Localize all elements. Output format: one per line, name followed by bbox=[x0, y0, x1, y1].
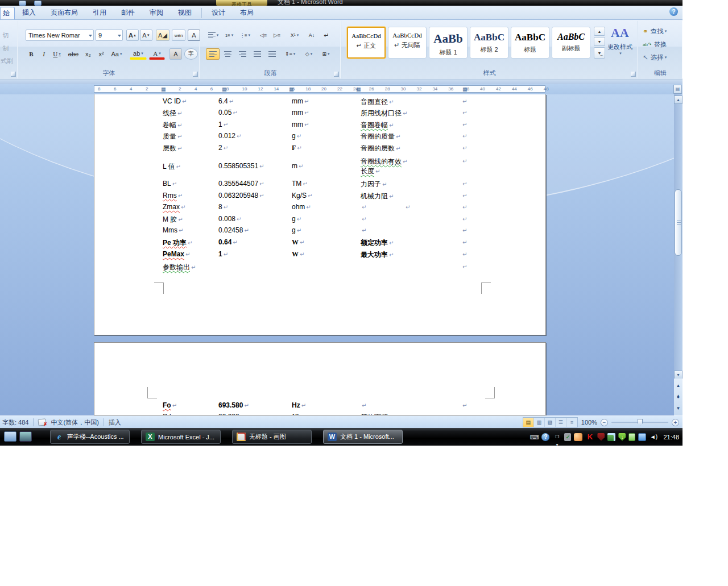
word-count[interactable]: 字数: 484 bbox=[2, 418, 28, 427]
bold-button[interactable]: B bbox=[26, 48, 37, 60]
styles-dialog-launcher[interactable] bbox=[631, 72, 636, 77]
tab-table-layout[interactable]: 布局 bbox=[233, 7, 261, 19]
draft-view-icon[interactable]: ≡ bbox=[566, 418, 577, 427]
line-spacing-icon[interactable]: ⇕≡▾ bbox=[282, 48, 298, 60]
grow-font-button[interactable]: A▲ bbox=[126, 30, 139, 41]
proofing-errors-icon[interactable] bbox=[38, 418, 47, 426]
security-shield-icon[interactable] bbox=[597, 433, 605, 441]
scroll-up-icon[interactable]: ▲ bbox=[674, 95, 682, 104]
show-desktop-icon[interactable] bbox=[4, 431, 16, 442]
scrollbar-thumb[interactable] bbox=[675, 189, 682, 256]
clear-formatting-icon[interactable]: A◢ bbox=[156, 30, 169, 41]
borders-icon[interactable]: ⊞▾ bbox=[318, 48, 333, 60]
table-column-marker-icon[interactable]: ▦ bbox=[356, 86, 361, 92]
taskbar-button-browser[interactable]: e 声学楼--Acoustics ... bbox=[50, 430, 130, 444]
previous-page-icon[interactable]: ▲▲ bbox=[675, 381, 682, 391]
style-title[interactable]: AaBbC 标题 bbox=[511, 27, 549, 59]
tab-mailings[interactable]: 邮件 bbox=[114, 7, 142, 19]
tab-insert[interactable]: 插入 bbox=[15, 7, 43, 19]
enclose-characters-icon[interactable]: 字 bbox=[184, 48, 198, 60]
volume-icon[interactable]: ◄) bbox=[649, 433, 658, 441]
quick-access-undo-icon[interactable] bbox=[34, 1, 42, 6]
justify-button[interactable] bbox=[250, 48, 264, 60]
usb-safely-remove-icon[interactable]: ✓ bbox=[564, 433, 571, 441]
font-dialog-launcher[interactable] bbox=[193, 72, 198, 77]
print-layout-view-icon[interactable]: ▤ bbox=[523, 418, 534, 427]
find-button[interactable]: ⚭查找▾ bbox=[643, 26, 667, 37]
tab-review[interactable]: 审阅 bbox=[142, 7, 171, 19]
tab-view[interactable]: 视图 bbox=[171, 7, 199, 19]
styles-more-icon[interactable]: ▼̲ bbox=[594, 47, 605, 59]
tray-expand-icon[interactable]: ❒▾ bbox=[552, 433, 561, 441]
phonetic-guide-icon[interactable]: wén bbox=[172, 30, 185, 41]
scroll-down-icon[interactable]: ▼ bbox=[674, 371, 682, 379]
language-indicator[interactable]: 中文(简体，中国) bbox=[51, 418, 98, 427]
table-column-marker-icon[interactable]: ▦ bbox=[222, 86, 227, 92]
table-column-marker-icon[interactable]: ▦ bbox=[161, 86, 166, 92]
zoom-slider[interactable] bbox=[611, 422, 668, 423]
taskbar-button-paint[interactable]: 无标题 - 画图 bbox=[232, 430, 312, 444]
update-shield-icon[interactable]: ↓ bbox=[618, 433, 626, 441]
character-shading-icon[interactable]: A bbox=[169, 48, 182, 60]
web-layout-view-icon[interactable]: ▧ bbox=[545, 418, 556, 427]
clipboard-dialog-launcher[interactable] bbox=[11, 72, 16, 77]
cut-button[interactable]: 切 bbox=[0, 30, 11, 41]
quick-access-save-icon[interactable] bbox=[19, 1, 26, 6]
superscript-button[interactable]: x² bbox=[95, 48, 107, 60]
character-border-icon[interactable]: A bbox=[188, 30, 200, 41]
align-center-button[interactable] bbox=[221, 48, 234, 60]
styles-scroll-up-icon[interactable]: ▲ bbox=[594, 27, 605, 36]
numbering-icon[interactable]: 1≡▾ bbox=[222, 30, 237, 41]
paragraph-dialog-launcher[interactable] bbox=[334, 72, 339, 77]
language-bar-keyboard-icon[interactable]: ⌨ bbox=[530, 433, 539, 441]
page-1[interactable]: VC ID↵6.4↵mm↵音圈直径↵↵ 线径↵0.05↵mm↵所用线材口径↵↵ … bbox=[94, 94, 546, 335]
zoom-out-icon[interactable]: − bbox=[601, 419, 608, 426]
decrease-indent-icon[interactable]: ◁≡ bbox=[257, 30, 270, 41]
zoom-slider-thumb[interactable] bbox=[638, 419, 643, 426]
zoom-level[interactable]: 100% bbox=[581, 419, 597, 426]
tab-references[interactable]: 引用 bbox=[85, 7, 114, 19]
select-browse-object-icon[interactable]: ● bbox=[675, 392, 682, 402]
multilevel-list-icon[interactable]: ⋮≡▾ bbox=[238, 30, 253, 41]
format-painter-button[interactable]: 式刷 bbox=[0, 55, 14, 67]
style-normal[interactable]: AaBbCcDd ↵ 正文 bbox=[347, 27, 386, 59]
next-page-icon[interactable]: ▼▼ bbox=[675, 404, 682, 414]
style-subtitle[interactable]: AaBbC 副标题 bbox=[552, 27, 590, 59]
tab-page-layout[interactable]: 页面布局 bbox=[43, 7, 85, 19]
strikethrough-button[interactable]: abe bbox=[66, 48, 81, 60]
taskbar-button-word[interactable]: W 文档 1 - Microsoft... bbox=[323, 430, 403, 444]
kaspersky-icon[interactable]: K bbox=[585, 433, 594, 441]
change-case-button[interactable]: Aa▾ bbox=[108, 48, 125, 60]
zoom-in-icon[interactable]: + bbox=[672, 419, 679, 426]
insert-mode-indicator[interactable]: 插入 bbox=[109, 418, 121, 427]
display-settings-icon[interactable] bbox=[607, 433, 615, 441]
font-size-dropdown-icon[interactable] bbox=[118, 35, 121, 39]
help-icon[interactable]: ? bbox=[669, 7, 678, 16]
italic-button[interactable]: I bbox=[38, 48, 49, 60]
taskbar-button-excel[interactable]: X Microsoft Excel - J... bbox=[141, 430, 221, 444]
style-no-spacing[interactable]: AaBbCcDd ↵ 无间隔 bbox=[388, 27, 427, 59]
style-heading2[interactable]: AaBbC 标题 2 bbox=[470, 27, 508, 59]
change-styles-button[interactable]: AA 更改样式 ▾ bbox=[604, 26, 636, 56]
outline-view-icon[interactable]: ☰ bbox=[556, 418, 566, 427]
subscript-button[interactable]: x₂ bbox=[82, 48, 94, 60]
messenger-icon[interactable] bbox=[574, 433, 582, 441]
window-switcher-icon[interactable] bbox=[19, 431, 32, 442]
font-size-combo[interactable]: 9 bbox=[96, 30, 123, 41]
font-name-combo[interactable]: Times New Romar bbox=[26, 30, 94, 41]
align-left-button[interactable] bbox=[206, 48, 220, 60]
font-name-dropdown-icon[interactable] bbox=[89, 35, 92, 39]
tray-help-icon[interactable]: ? bbox=[541, 433, 549, 441]
replace-button[interactable]: ab↷替换 bbox=[643, 39, 667, 50]
page-2[interactable]: Fo↵693.580↵Hz↵↵↵ Sd↵00.000↵^2↵等效面积↵↵ bbox=[94, 342, 546, 415]
asian-layout-icon[interactable]: X¹▾ bbox=[287, 30, 303, 41]
style-heading1[interactable]: AaBb 标题 1 bbox=[429, 27, 468, 59]
vertical-scrollbar[interactable]: ▲ ▼ bbox=[674, 94, 682, 415]
highlight-color-button[interactable]: ab▾ bbox=[130, 48, 147, 60]
sort-icon[interactable]: A↓ bbox=[305, 30, 318, 41]
table-column-marker-icon[interactable]: ▦ bbox=[462, 86, 468, 92]
styles-scroll-down-icon[interactable]: ▼ bbox=[594, 37, 605, 46]
underline-button[interactable]: U▾ bbox=[49, 48, 64, 60]
copy-button[interactable]: 制 bbox=[0, 43, 11, 54]
fullscreen-reading-view-icon[interactable]: ▥ bbox=[534, 418, 545, 427]
